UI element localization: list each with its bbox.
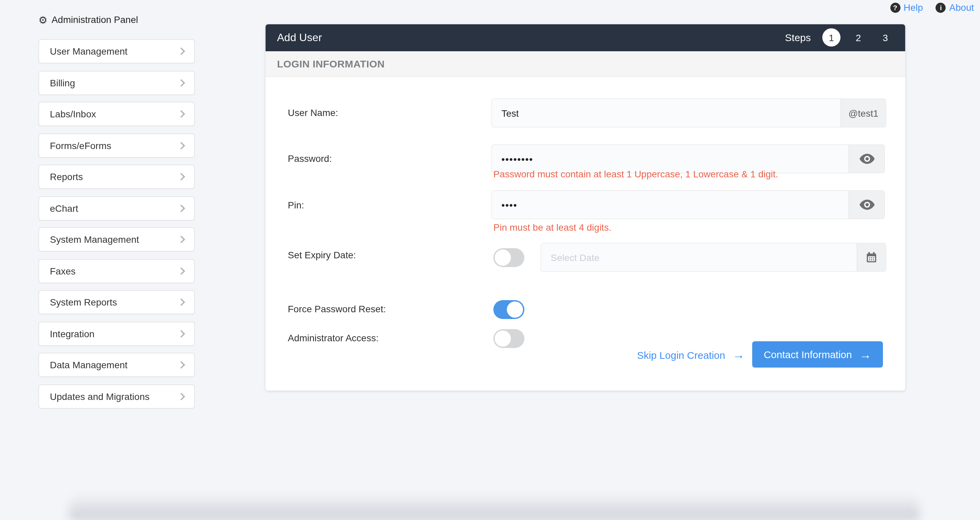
add-user-panel: Add User Steps 1 2 3 LOGIN INFORMATION U… [266,24,905,391]
administration-panel-page: ? Help i About ⚙ Administration Panel Us… [0,0,980,520]
arrow-right-icon: → [859,348,872,360]
steps-indicator: Steps 1 2 3 [785,29,894,47]
chevron-right-icon [178,142,185,149]
step-1[interactable]: 1 [822,29,840,47]
panel-header: Add User Steps 1 2 3 [266,24,905,51]
eye-icon [859,199,875,210]
sidebar-item-updates-and-migrations[interactable]: Updates and Migrations [38,384,195,408]
username-label: User Name: [288,107,338,118]
expiry-date-toggle[interactable] [493,248,524,267]
administrator-access-label: Administrator Access: [288,332,379,343]
sidebar-item-label: Integration [50,328,178,339]
bottom-shadow [69,493,920,520]
sidebar-item-forms-eforms[interactable]: Forms/eForms [38,133,195,158]
sidebar-item-labs-inbox[interactable]: Labs/Inbox [38,102,195,126]
calendar-icon [866,252,877,263]
sidebar-item-label: Forms/eForms [50,140,178,151]
steps-label: Steps [785,32,811,43]
chevron-right-icon [178,236,185,244]
sidebar-item-label: System Management [50,234,178,245]
screen: ? Help i About ⚙ Administration Panel Us… [0,0,980,520]
sidebar-item-reports[interactable]: Reports [38,164,195,189]
sidebar-item-label: System Reports [50,297,178,308]
pin-input-group [492,190,885,219]
chevron-right-icon [178,361,185,369]
force-password-reset-toggle[interactable] [493,300,524,319]
sidebar-item-billing[interactable]: Billing [38,70,195,95]
sidebar-title: ⚙ Administration Panel [38,14,195,25]
pin-label: Pin: [288,199,304,211]
section-title: LOGIN INFORMATION [277,58,385,69]
sidebar-item-label: Reports [50,171,178,182]
sidebar-item-system-management[interactable]: System Management [38,227,195,252]
sidebar-item-data-management[interactable]: Data Management [38,353,195,377]
chevron-right-icon [178,79,185,87]
password-label: Password: [288,153,332,164]
topbar: ? Help i About [890,2,974,13]
contact-information-label: Contact Information [764,349,852,360]
step-2[interactable]: 2 [849,29,867,47]
chevron-right-icon [178,330,185,338]
chevron-right-icon [178,204,185,212]
username-input[interactable] [492,99,840,127]
skip-login-creation-link[interactable]: Skip Login Creation → [637,349,745,361]
sidebar-menu: User Management Billing Labs/Inbox Forms… [38,39,195,408]
chevron-right-icon [178,110,185,118]
skip-login-creation-label: Skip Login Creation [637,349,725,360]
eye-icon [859,154,875,164]
sidebar-item-user-management[interactable]: User Management [38,39,195,64]
sidebar-item-label: Billing [50,77,178,88]
pin-input[interactable] [492,191,849,219]
username-suffix: @test1 [840,99,886,127]
chevron-right-icon [178,298,185,306]
pin-reveal-button[interactable] [849,191,884,219]
sidebar-item-label: Labs/Inbox [50,108,178,120]
chevron-right-icon [178,392,185,400]
about-link-label: About [949,2,974,13]
sidebar-item-label: Updates and Migrations [50,391,178,402]
help-link[interactable]: ? Help [890,2,923,13]
page-title: Add User [277,32,322,44]
arrow-right-icon: → [733,349,745,361]
gear-icon: ⚙ [38,14,48,25]
sidebar-item-echart[interactable]: eChart [38,196,195,220]
sidebar-item-label: Faxes [50,265,178,276]
username-input-group: @test1 [492,99,886,128]
date-picker-button[interactable] [857,244,886,271]
step-3[interactable]: 3 [876,29,894,47]
sidebar-item-faxes[interactable]: Faxes [38,258,195,283]
sidebar: ⚙ Administration Panel User Management B… [38,14,195,408]
sidebar-item-label: User Management [50,46,178,57]
sidebar-title-label: Administration Panel [52,14,138,25]
login-information-form: User Name: @test1 Password: Password mus… [266,77,905,391]
password-reveal-button[interactable] [849,145,884,173]
expiry-date-input[interactable] [541,244,857,271]
section-header: LOGIN INFORMATION [266,51,905,77]
sidebar-item-system-reports[interactable]: System Reports [38,290,195,314]
sidebar-item-label: Data Management [50,359,178,370]
password-error-message: Password must contain at least 1 Upperca… [493,169,778,179]
question-circle-icon: ? [890,2,900,13]
expiry-date-label: Set Expiry Date: [288,250,356,260]
chevron-right-icon [178,173,185,181]
contact-information-button[interactable]: Contact Information → [752,341,883,368]
sidebar-item-label: eChart [50,203,178,214]
expiry-date-input-group [541,243,886,272]
pin-error-message: Pin must be at least 4 digits. [493,222,611,233]
help-link-label: Help [904,2,923,13]
chevron-right-icon [178,267,185,275]
chevron-right-icon [178,48,185,55]
about-link[interactable]: i About [936,2,974,13]
info-circle-icon: i [936,2,946,13]
sidebar-item-integration[interactable]: Integration [38,321,195,346]
administrator-access-toggle[interactable] [493,329,524,348]
force-password-reset-label: Force Password Reset: [288,303,386,314]
